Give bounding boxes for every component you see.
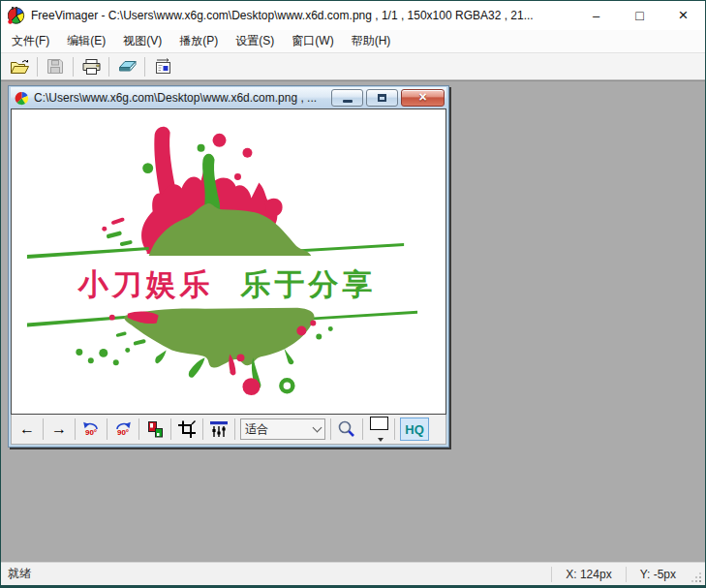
close-icon: × [418, 90, 426, 104]
menu-bar: 文件(F) 编辑(E) 视图(V) 播放(P) 设置(S) 窗口(W) 帮助(H… [1, 30, 705, 52]
cursor-x-coordinate: X: 124px [551, 567, 625, 582]
maximize-button[interactable]: □ [618, 1, 661, 30]
cursor-y-coordinate: Y: -5px [626, 567, 690, 582]
color-swatch-icon [370, 417, 388, 430]
zoom-tool-button[interactable] [334, 417, 359, 442]
status-bar: 就绪 X: 124px Y: -5px [1, 562, 705, 585]
toolbar-separator [170, 418, 171, 440]
main-titlebar[interactable]: FreeVimager - C:\Users\www.x6g.com\Deskt… [1, 1, 705, 30]
rotate-right-label: 90° [117, 429, 129, 437]
freevimager-window: FreeVimager - C:\Users\www.x6g.com\Deskt… [0, 0, 706, 588]
main-toolbar [1, 52, 705, 80]
magnifier-icon [337, 419, 356, 439]
logo-text-red: 小刀娱乐 [77, 266, 214, 301]
toolbar-separator [202, 418, 203, 440]
menu-edit[interactable]: 编辑(E) [58, 30, 114, 52]
caret-down-icon [378, 438, 384, 442]
save-icon [46, 58, 64, 75]
window-controls: – □ × [574, 1, 705, 30]
toolbar-separator [330, 418, 331, 440]
scan-icon [117, 58, 138, 76]
menu-window[interactable]: 窗口(W) [283, 30, 342, 52]
child-window-icon [15, 91, 29, 106]
child-close-button[interactable]: × [401, 89, 445, 107]
color-adjust-button[interactable] [142, 417, 168, 442]
menu-play[interactable]: 播放(P) [170, 30, 227, 52]
minimize-icon [343, 100, 353, 103]
rotate-left-button[interactable]: 90° [78, 417, 104, 442]
child-icon-graphic [15, 91, 29, 106]
child-titlebar[interactable]: C:\Users\www.x6g.com\Desktop\www.x6d.com… [11, 87, 446, 108]
child-minimize-button[interactable] [331, 89, 363, 107]
close-button[interactable]: × [661, 1, 705, 30]
toolbar-separator [138, 418, 139, 440]
status-message: 就绪 [1, 566, 551, 582]
resize-grip[interactable] [690, 563, 705, 586]
back-arrow-icon: ← [19, 421, 35, 437]
toolbar-separator [144, 57, 145, 77]
toolbar-separator [108, 57, 109, 77]
logo-green-ring [281, 380, 292, 391]
toolbar-separator [37, 57, 38, 77]
image-child-window[interactable]: C:\Users\www.x6g.com\Desktop\www.x6d.com… [8, 85, 449, 448]
rotate-left-label: 90° [85, 429, 97, 437]
app-icon [8, 7, 25, 24]
crop-icon [177, 419, 197, 439]
sliders-icon [208, 419, 230, 439]
child-window-title: C:\Users\www.x6g.com\Desktop\www.x6d.com… [34, 91, 328, 105]
logo-text-row: 小刀娱乐 乐于分享 [77, 266, 376, 301]
toolbar-separator [43, 418, 44, 440]
displayed-image: 小刀娱乐 乐于分享 [12, 109, 445, 414]
previous-image-button[interactable]: ← [15, 417, 40, 442]
batch-convert-button[interactable] [148, 54, 177, 78]
zoom-mode-value: 适合 [245, 421, 314, 438]
rotate-right-button[interactable]: 90° [110, 417, 136, 442]
app-icon-graphic [8, 7, 25, 24]
color-adjust-icon [145, 419, 165, 439]
menu-help[interactable]: 帮助(H) [343, 30, 400, 52]
image-settings-button[interactable] [206, 417, 231, 442]
batch-convert-icon [153, 58, 173, 76]
zoom-mode-select[interactable]: 适合 [240, 418, 325, 440]
save-file-button[interactable] [41, 54, 70, 78]
high-quality-toggle[interactable]: HQ [400, 418, 429, 441]
menu-settings[interactable]: 设置(S) [227, 30, 283, 52]
toolbar-separator [234, 418, 235, 440]
restore-icon [378, 94, 386, 102]
toolbar-separator [73, 57, 74, 77]
crop-button[interactable] [174, 417, 200, 442]
logo-text-green: 乐于分享 [239, 266, 376, 301]
forward-arrow-icon: → [51, 421, 67, 437]
open-folder-icon [10, 58, 30, 76]
print-button[interactable] [77, 54, 106, 78]
toolbar-separator [394, 418, 395, 440]
child-restore-button[interactable] [366, 89, 398, 107]
toolbar-separator [362, 418, 363, 440]
print-icon [81, 58, 102, 76]
background-color-button[interactable] [366, 417, 391, 442]
menu-view[interactable]: 视图(V) [114, 30, 170, 52]
mdi-client-area: C:\Users\www.x6g.com\Desktop\www.x6d.com… [1, 80, 705, 562]
open-file-button[interactable] [5, 54, 34, 78]
child-toolbar: ← → 90° 90° [11, 415, 446, 445]
minimize-button[interactable]: – [574, 1, 618, 30]
window-title: FreeVimager - C:\Users\www.x6g.com\Deskt… [31, 9, 574, 22]
toolbar-separator [107, 418, 107, 440]
menu-file[interactable]: 文件(F) [3, 30, 58, 52]
image-canvas[interactable]: 小刀娱乐 乐于分享 [11, 108, 446, 415]
toolbar-separator [75, 418, 76, 440]
scan-button[interactable] [112, 54, 141, 78]
next-image-button[interactable]: → [46, 417, 72, 442]
chevron-down-icon [313, 422, 322, 432]
